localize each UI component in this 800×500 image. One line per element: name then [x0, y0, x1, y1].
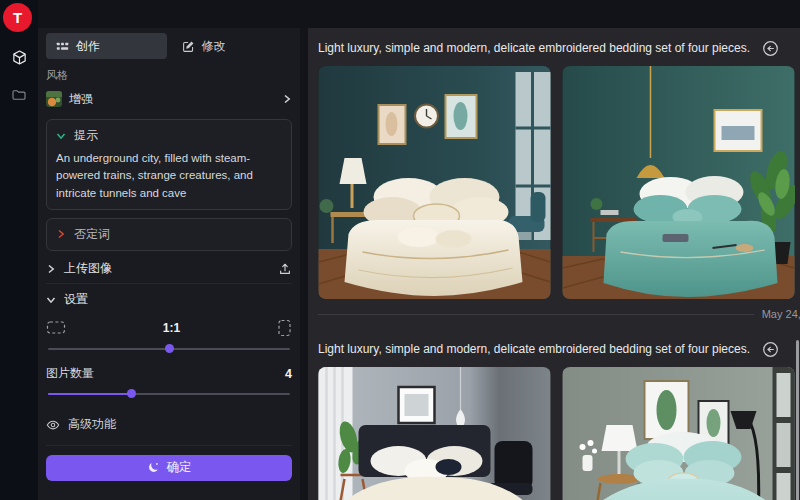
prompt-box[interactable]: 提示 An underground city, filled with stea…	[46, 119, 292, 210]
portrait-frame-icon[interactable]	[277, 319, 292, 337]
tab-modify[interactable]: 修改	[172, 33, 293, 59]
generated-image[interactable]	[318, 367, 551, 500]
app-window: T	[0, 0, 800, 500]
style-thumbnail	[46, 91, 62, 107]
style-value: 增强	[69, 91, 93, 108]
date-label: May 24, 2	[762, 308, 800, 320]
aspect-ratio-value: 1:1	[66, 321, 277, 335]
result-group-header: Light luxury, simple and modern, delicat…	[318, 37, 790, 59]
negative-prompt-box[interactable]: 否定词	[46, 218, 292, 251]
slider-fill	[48, 393, 132, 395]
edit-icon	[182, 40, 195, 53]
upload-image-row[interactable]: 上传图像	[46, 255, 292, 284]
tab-create[interactable]: 创作	[46, 33, 167, 59]
prompt-input[interactable]: An underground city, filled with steam-p…	[56, 150, 282, 202]
aspect-ratio-slider[interactable]	[46, 343, 292, 355]
generation-panel: 创作 修改 风格 增强	[38, 28, 300, 500]
chevron-right-icon	[56, 229, 66, 239]
generated-image[interactable]	[562, 367, 795, 500]
reuse-prompt-icon[interactable]	[762, 341, 779, 358]
image-count-label: 图片数量	[46, 365, 94, 382]
mode-tabs: 创作 修改	[46, 33, 292, 59]
reuse-prompt-icon[interactable]	[762, 40, 779, 57]
upload-icon[interactable]	[278, 262, 292, 276]
rail-item-models[interactable]	[0, 42, 38, 72]
confirm-button[interactable]: 确定	[46, 455, 292, 481]
landscape-frame-icon[interactable]	[46, 320, 66, 335]
result-image-row	[318, 66, 790, 299]
chevron-down-icon	[46, 295, 56, 305]
style-selector[interactable]: 增强	[46, 88, 292, 110]
aspect-ratio-row: 1:1	[46, 318, 292, 338]
gallery-scrollbar[interactable]	[796, 340, 799, 500]
result-prompt-text: Light luxury, simple and modern, delicat…	[318, 41, 750, 55]
brand-logo[interactable]: T	[3, 3, 32, 32]
advanced-features-label: 高级功能	[68, 416, 116, 433]
generated-image[interactable]	[318, 66, 551, 299]
chevron-right-icon	[282, 94, 292, 104]
settings-label: 设置	[64, 291, 88, 308]
folder-icon	[11, 87, 27, 103]
rail-item-files[interactable]	[0, 80, 38, 110]
upload-label: 上传图像	[64, 260, 112, 277]
result-image-row	[318, 367, 790, 500]
style-section-label: 风格	[46, 68, 292, 83]
chevron-right-icon	[46, 264, 56, 274]
negative-label: 否定词	[74, 226, 110, 243]
top-header-bar	[38, 0, 800, 28]
image-count-value: 4	[285, 367, 292, 381]
left-rail: T	[0, 0, 38, 500]
tab-create-label: 创作	[76, 38, 100, 55]
result-group-header: Light luxury, simple and modern, delicat…	[318, 338, 790, 360]
eye-icon	[46, 418, 60, 432]
slider-thumb[interactable]	[127, 389, 136, 398]
image-count-slider[interactable]	[46, 388, 292, 400]
panel-divider	[46, 445, 292, 446]
slider-thumb[interactable]	[165, 344, 174, 353]
result-prompt-text: Light luxury, simple and modern, delicat…	[318, 342, 750, 356]
advanced-features-row[interactable]: 高级功能	[46, 414, 292, 436]
results-gallery: Light luxury, simple and modern, delicat…	[300, 28, 800, 500]
cube-icon	[11, 49, 28, 66]
grid-icon	[56, 40, 69, 53]
prompt-label: 提示	[74, 127, 98, 144]
separator-line	[318, 314, 754, 315]
date-separator: May 24, 2	[318, 307, 800, 321]
confirm-button-label: 确定	[167, 459, 192, 476]
moon-sparkle-icon	[147, 461, 160, 474]
generated-image[interactable]	[562, 66, 795, 299]
tab-modify-label: 修改	[202, 38, 226, 55]
image-count-row: 图片数量 4	[46, 365, 292, 383]
chevron-down-icon	[56, 131, 66, 141]
settings-row[interactable]: 设置	[46, 286, 292, 314]
